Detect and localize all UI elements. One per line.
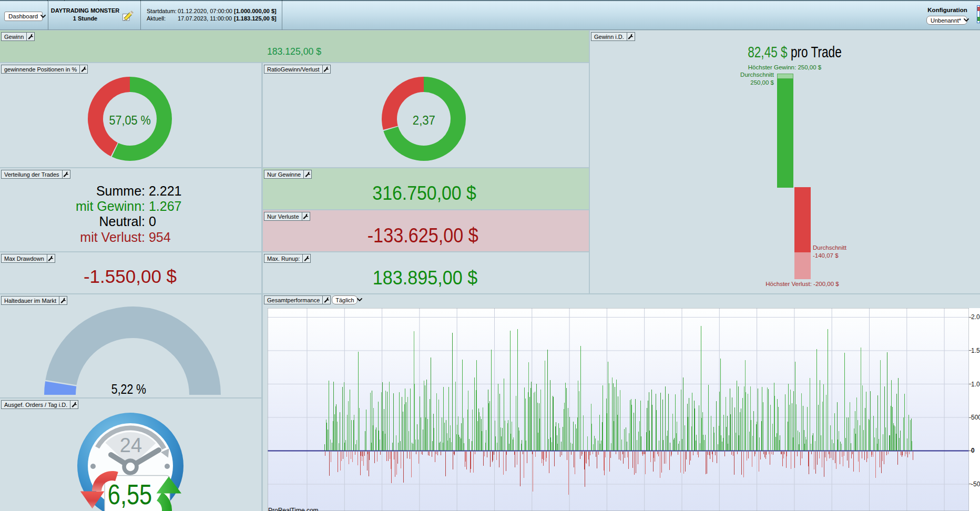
svg-text:24: 24	[120, 434, 142, 456]
svg-text:6,55: 6,55	[108, 479, 152, 510]
